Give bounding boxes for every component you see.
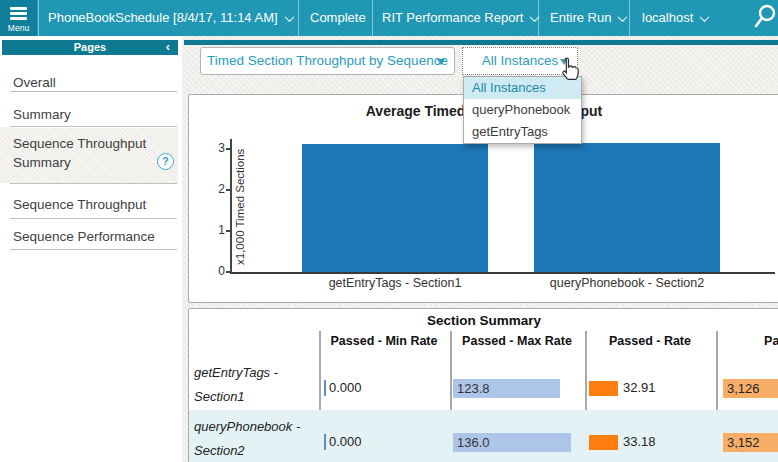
pages-header: Pages ‹ [2,40,178,55]
rate-value: 33.18 [623,434,656,450]
y-tick-mark [226,148,231,150]
pages-sidebar: Pages ‹ OverallSummarySequence Throughpu… [0,36,182,462]
sidebar-item-label: Sequence Performance [0,227,163,246]
hamburger-icon [10,7,27,10]
topbar-item-label: Entire Run [550,10,611,25]
y-tick-mark [226,189,231,191]
y-tick-label: 2 [203,182,225,196]
topbar-item-4[interactable]: Entire Run [550,0,626,36]
topbar-separator [298,0,299,36]
menu-item-getentrytags[interactable]: getEntryTags [464,121,581,143]
rate-bar [589,435,618,450]
topbar-item-label: Complete [310,10,366,25]
chevron-down-icon [530,12,540,22]
row-label-line1: getEntryTags - [194,365,278,380]
topbar-separator [372,0,373,36]
sidebar-item-label: Sequence Throughput [0,195,163,214]
sidebar-item-overall[interactable]: Overall [0,64,178,100]
rate-bar [589,381,618,396]
menu-item-queryphonebook[interactable]: queryPhonebook [464,99,581,121]
app-window: Menu PhoneBookSchedule [8/4/17, 11:14 AM… [0,0,778,462]
instance-select-dropdown[interactable]: All Instances [462,47,578,75]
x-axis-line [230,272,775,274]
topbar-item-5[interactable]: localhost [642,0,708,36]
instance-dropdown-menu: All InstancesqueryPhonebookgetEntryTags [463,76,582,144]
sidebar-divider [10,249,177,250]
content-accent-strip [184,40,778,45]
min-rate-value: 0.000 [329,434,362,450]
topbar-separator [629,0,630,36]
instance-select-value: All Instances [482,53,559,68]
collapse-sidebar-icon[interactable]: ‹ [166,40,170,54]
topbar-item-1[interactable]: PhoneBookSchedule [8/4/17, 11:14 AM] [48,0,293,36]
sidebar-item-label: Overall [0,73,163,92]
view-select-dropdown[interactable]: Timed Section Throughput by Sequence [200,47,455,75]
sidebar-item-label: Summary [0,105,163,124]
sidebar-divider [10,183,177,184]
x-category-label: getEntryTags - Section1 [285,276,505,290]
max-rate-bar: 136.0 [453,433,571,452]
menu-button[interactable]: Menu [0,0,37,36]
sidebar-item-label: Sequence Throughput Summary [0,134,163,172]
chevron-down-icon [437,59,445,65]
column-header-3: Passed - Rate [580,334,720,348]
section-summary-panel: Section Summary Passed - Min RatePassed … [188,308,778,462]
sidebar-item-sequence-throughput-summary[interactable]: Sequence Throughput Summary [0,127,178,183]
y-tick-label: 3 [203,141,225,155]
sidebar-item-sequence-throughput[interactable]: Sequence Throughput [0,186,178,222]
min-rate-tick-bar [324,380,326,396]
column-header-2: Passed - Max Rate [447,334,587,348]
help-icon[interactable]: ? [157,153,174,170]
y-tick-label: 0 [203,264,225,278]
table-row: getEntryTags -Section10.000123.832.913,1… [189,356,778,410]
chevron-down-icon [284,12,294,22]
passed-bar: 3,152 [723,433,778,452]
table-title: Section Summary [189,313,778,328]
y-tick-label: 1 [203,223,225,237]
topbar-item-label: PhoneBookSchedule [8/4/17, 11:14 AM] [48,10,278,25]
chevron-down-icon [618,12,628,22]
column-header-1: Passed - Min Rate [314,334,454,348]
row-label-line1: queryPhonebook - [194,419,300,434]
chevron-down-icon [560,59,568,65]
table-row: queryPhonebook -Section20.000136.033.183… [189,410,778,462]
column-header-4: Passed [716,334,778,348]
top-bar: Menu PhoneBookSchedule [8/4/17, 11:14 AM… [0,0,778,36]
sidebar-divider [10,91,177,92]
row-label-line2: Section2 [194,443,245,458]
sidebar-divider [10,126,177,127]
x-category-label: queryPhonebook - Section2 [517,276,737,290]
row-label-line2: Section1 [194,389,245,404]
passed-bar: 3,126 [723,379,778,398]
min-rate-tick-bar [324,434,326,450]
sidebar-divider [10,218,177,219]
max-rate-bar: 123.8 [453,379,560,398]
view-select-value: Timed Section Throughput by Sequence [201,48,454,74]
topbar-item-3[interactable]: RIT Performance Report [382,0,538,36]
min-rate-value: 0.000 [329,380,362,396]
menu-item-all-instances[interactable]: All Instances [464,77,581,99]
search-icon[interactable] [752,2,778,33]
y-tick-mark [226,230,231,232]
topbar-item-label: RIT Performance Report [382,10,523,25]
pages-header-label: Pages [74,41,106,53]
topbar-separator [38,0,39,36]
y-axis-label: x1,000 Timed Sections [234,141,246,273]
menu-button-label: Menu [0,23,37,33]
topbar-item-2[interactable]: Complete [310,0,366,36]
chart-bar-2 [534,143,720,272]
chart-bar-1 [302,144,488,272]
y-axis-line [230,139,232,273]
topbar-item-label: localhost [642,10,693,25]
rate-value: 32.91 [623,380,656,396]
chevron-down-icon [700,12,710,22]
